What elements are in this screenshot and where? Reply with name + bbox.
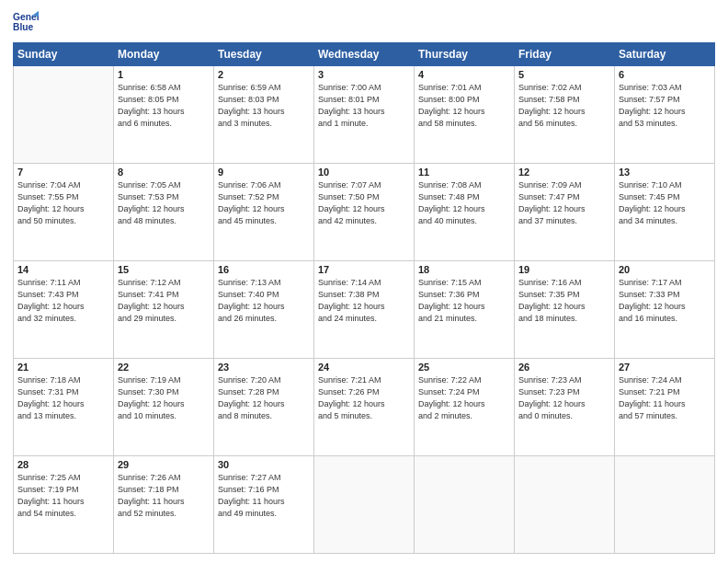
day-number: 16 [218, 264, 310, 275]
calendar-cell: 30Sunrise: 7:27 AM Sunset: 7:16 PM Dayli… [214, 456, 314, 554]
calendar-week-1: 1Sunrise: 6:58 AM Sunset: 8:05 PM Daylig… [14, 66, 715, 164]
calendar-cell: 6Sunrise: 7:03 AM Sunset: 7:57 PM Daylig… [615, 66, 715, 164]
day-info: Sunrise: 7:21 AM Sunset: 7:26 PM Dayligh… [318, 374, 410, 422]
calendar-cell: 26Sunrise: 7:23 AM Sunset: 7:23 PM Dayli… [515, 359, 615, 456]
calendar-cell: 21Sunrise: 7:18 AM Sunset: 7:31 PM Dayli… [14, 359, 114, 456]
day-info: Sunrise: 7:23 AM Sunset: 7:23 PM Dayligh… [518, 374, 610, 422]
day-info: Sunrise: 7:20 AM Sunset: 7:28 PM Dayligh… [218, 374, 310, 422]
calendar-cell: 11Sunrise: 7:08 AM Sunset: 7:48 PM Dayli… [415, 164, 515, 261]
day-info: Sunrise: 7:24 AM Sunset: 7:21 PM Dayligh… [619, 374, 711, 422]
day-info: Sunrise: 7:19 AM Sunset: 7:30 PM Dayligh… [118, 374, 210, 422]
calendar-cell: 29Sunrise: 7:26 AM Sunset: 7:18 PM Dayli… [114, 456, 214, 554]
day-info: Sunrise: 7:05 AM Sunset: 7:53 PM Dayligh… [118, 179, 210, 227]
day-info: Sunrise: 7:04 AM Sunset: 7:55 PM Dayligh… [17, 179, 109, 227]
day-info: Sunrise: 7:15 AM Sunset: 7:36 PM Dayligh… [418, 277, 510, 325]
day-number: 19 [518, 264, 610, 275]
calendar-table: SundayMondayTuesdayWednesdayThursdayFrid… [13, 42, 715, 554]
calendar-body: 1Sunrise: 6:58 AM Sunset: 8:05 PM Daylig… [14, 66, 715, 554]
calendar-cell: 17Sunrise: 7:14 AM Sunset: 7:38 PM Dayli… [314, 261, 415, 359]
day-info: Sunrise: 7:22 AM Sunset: 7:24 PM Dayligh… [418, 374, 510, 422]
day-number: 17 [318, 264, 410, 275]
day-number: 23 [218, 362, 310, 373]
day-info: Sunrise: 7:00 AM Sunset: 8:01 PM Dayligh… [318, 82, 410, 130]
calendar-header: SundayMondayTuesdayWednesdayThursdayFrid… [14, 43, 715, 66]
svg-text:General: General [13, 12, 39, 22]
calendar-cell: 2Sunrise: 6:59 AM Sunset: 8:03 PM Daylig… [214, 66, 314, 164]
header-cell-saturday: Saturday [615, 43, 715, 66]
day-number: 29 [118, 459, 210, 470]
day-number: 3 [318, 69, 410, 80]
day-info: Sunrise: 7:03 AM Sunset: 7:57 PM Dayligh… [619, 82, 711, 130]
day-number: 10 [318, 167, 410, 178]
calendar-cell: 20Sunrise: 7:17 AM Sunset: 7:33 PM Dayli… [615, 261, 715, 359]
day-number: 30 [218, 459, 310, 470]
day-info: Sunrise: 7:09 AM Sunset: 7:47 PM Dayligh… [518, 179, 610, 227]
calendar-cell: 15Sunrise: 7:12 AM Sunset: 7:41 PM Dayli… [114, 261, 214, 359]
calendar-cell: 18Sunrise: 7:15 AM Sunset: 7:36 PM Dayli… [415, 261, 515, 359]
calendar-cell: 22Sunrise: 7:19 AM Sunset: 7:30 PM Dayli… [114, 359, 214, 456]
calendar-cell: 25Sunrise: 7:22 AM Sunset: 7:24 PM Dayli… [415, 359, 515, 456]
header-cell-thursday: Thursday [415, 43, 515, 66]
day-info: Sunrise: 7:25 AM Sunset: 7:19 PM Dayligh… [17, 472, 109, 520]
calendar-cell: 7Sunrise: 7:04 AM Sunset: 7:55 PM Daylig… [14, 164, 114, 261]
day-info: Sunrise: 7:02 AM Sunset: 7:58 PM Dayligh… [518, 82, 610, 130]
calendar-cell [14, 66, 114, 164]
day-info: Sunrise: 7:16 AM Sunset: 7:35 PM Dayligh… [518, 277, 610, 325]
day-number: 27 [619, 362, 711, 373]
day-number: 9 [218, 167, 310, 178]
day-number: 15 [118, 264, 210, 275]
calendar-cell: 8Sunrise: 7:05 AM Sunset: 7:53 PM Daylig… [114, 164, 214, 261]
calendar-cell: 14Sunrise: 7:11 AM Sunset: 7:43 PM Dayli… [14, 261, 114, 359]
day-number: 6 [619, 69, 711, 80]
header-cell-monday: Monday [114, 43, 214, 66]
calendar-cell: 9Sunrise: 7:06 AM Sunset: 7:52 PM Daylig… [214, 164, 314, 261]
calendar-week-5: 28Sunrise: 7:25 AM Sunset: 7:19 PM Dayli… [14, 456, 715, 554]
calendar-week-2: 7Sunrise: 7:04 AM Sunset: 7:55 PM Daylig… [14, 164, 715, 261]
day-number: 25 [418, 362, 510, 373]
day-info: Sunrise: 7:01 AM Sunset: 8:00 PM Dayligh… [418, 82, 510, 130]
day-info: Sunrise: 7:18 AM Sunset: 7:31 PM Dayligh… [17, 374, 109, 422]
calendar-cell: 19Sunrise: 7:16 AM Sunset: 7:35 PM Dayli… [515, 261, 615, 359]
day-info: Sunrise: 6:59 AM Sunset: 8:03 PM Dayligh… [218, 82, 310, 130]
calendar-cell: 3Sunrise: 7:00 AM Sunset: 8:01 PM Daylig… [314, 66, 415, 164]
day-info: Sunrise: 7:12 AM Sunset: 7:41 PM Dayligh… [118, 277, 210, 325]
calendar-cell: 28Sunrise: 7:25 AM Sunset: 7:19 PM Dayli… [14, 456, 114, 554]
logo-icon: General Blue [13, 9, 39, 35]
svg-text:Blue: Blue [13, 22, 34, 32]
calendar-cell: 5Sunrise: 7:02 AM Sunset: 7:58 PM Daylig… [515, 66, 615, 164]
day-number: 22 [118, 362, 210, 373]
day-info: Sunrise: 7:26 AM Sunset: 7:18 PM Dayligh… [118, 472, 210, 520]
day-info: Sunrise: 7:11 AM Sunset: 7:43 PM Dayligh… [17, 277, 109, 325]
day-number: 28 [17, 459, 109, 470]
header-cell-sunday: Sunday [14, 43, 114, 66]
calendar-cell: 27Sunrise: 7:24 AM Sunset: 7:21 PM Dayli… [615, 359, 715, 456]
calendar-cell [515, 456, 615, 554]
day-info: Sunrise: 7:17 AM Sunset: 7:33 PM Dayligh… [619, 277, 711, 325]
day-info: Sunrise: 7:14 AM Sunset: 7:38 PM Dayligh… [318, 277, 410, 325]
day-number: 7 [17, 167, 109, 178]
logo: General Blue [13, 9, 42, 35]
day-number: 21 [17, 362, 109, 373]
day-number: 4 [418, 69, 510, 80]
calendar-cell: 4Sunrise: 7:01 AM Sunset: 8:00 PM Daylig… [415, 66, 515, 164]
day-number: 20 [619, 264, 711, 275]
day-info: Sunrise: 7:13 AM Sunset: 7:40 PM Dayligh… [218, 277, 310, 325]
calendar-cell [615, 456, 715, 554]
calendar-cell: 16Sunrise: 7:13 AM Sunset: 7:40 PM Dayli… [214, 261, 314, 359]
day-info: Sunrise: 7:08 AM Sunset: 7:48 PM Dayligh… [418, 179, 510, 227]
day-number: 13 [619, 167, 711, 178]
header: General Blue [13, 9, 715, 35]
day-info: Sunrise: 7:07 AM Sunset: 7:50 PM Dayligh… [318, 179, 410, 227]
calendar-cell: 10Sunrise: 7:07 AM Sunset: 7:50 PM Dayli… [314, 164, 415, 261]
day-info: Sunrise: 7:10 AM Sunset: 7:45 PM Dayligh… [619, 179, 711, 227]
calendar-cell: 24Sunrise: 7:21 AM Sunset: 7:26 PM Dayli… [314, 359, 415, 456]
day-info: Sunrise: 7:27 AM Sunset: 7:16 PM Dayligh… [218, 472, 310, 520]
day-number: 26 [518, 362, 610, 373]
calendar-cell: 12Sunrise: 7:09 AM Sunset: 7:47 PM Dayli… [515, 164, 615, 261]
day-number: 1 [118, 69, 210, 80]
calendar-cell: 23Sunrise: 7:20 AM Sunset: 7:28 PM Dayli… [214, 359, 314, 456]
day-number: 14 [17, 264, 109, 275]
calendar-cell: 1Sunrise: 6:58 AM Sunset: 8:05 PM Daylig… [114, 66, 214, 164]
page: General Blue SundayMondayTuesdayWednesda… [0, 0, 728, 563]
day-number: 12 [518, 167, 610, 178]
